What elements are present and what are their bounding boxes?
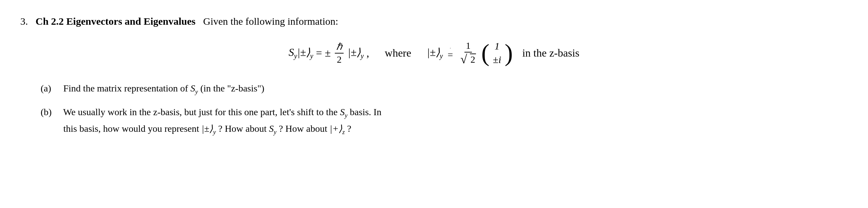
hbar-denominator: 2	[335, 54, 343, 65]
where-label: where	[385, 47, 411, 59]
part-a-label: (a)	[41, 80, 61, 97]
sub-parts-list: (a) Find the matrix representation of Sy…	[41, 80, 848, 138]
left-paren: (	[481, 41, 490, 65]
chapter-title: Ch 2.2 Eigenvectors and Eigenvalues	[36, 16, 196, 27]
part-b-math4: |+⟩z	[330, 123, 345, 134]
problem-container: 3. Ch 2.2 Eigenvectors and Eigenvalues G…	[20, 14, 848, 138]
problem-number: 3.	[20, 16, 28, 27]
equation-rhs: |±⟩y · = 1 √2 ( 1 ±i	[427, 39, 580, 67]
part-a-text-before: Find the matrix representation of	[63, 83, 191, 93]
one-numerator: 1	[464, 40, 472, 53]
part-b-q1: ? How about	[218, 123, 269, 134]
sqrt-radicand: 2	[470, 54, 476, 65]
equation-block: Sy|±⟩y = ± ℏ 2 |±⟩y , where |±⟩y · = 1	[20, 39, 848, 67]
doteq-symbol: · =	[448, 46, 453, 60]
part-b-math3: Sy	[269, 123, 277, 134]
matrix-entry-top: 1	[495, 40, 500, 52]
ket-rhs: |±⟩y	[348, 46, 364, 60]
matrix-entry-bot: ±i	[493, 54, 501, 65]
part-a-text-after: (in the "z-basis")	[200, 83, 264, 93]
part-a: (a) Find the matrix representation of Sy…	[41, 80, 848, 97]
sqrt2-denominator: √2	[459, 53, 477, 66]
intro-text: Given the following information:	[203, 16, 338, 27]
part-b-line1-after: basis. In	[350, 107, 381, 117]
equals-sign: =	[316, 47, 322, 59]
one-over-sqrt2: 1 √2	[459, 40, 477, 66]
hbar-over-2: ℏ 2	[335, 41, 344, 65]
sqrt2-expr: √2	[460, 53, 476, 65]
part-b-line1-before: We usually work in the z-basis, but just…	[63, 107, 340, 117]
comma: ,	[367, 47, 369, 59]
part-b-q2: ? How about	[279, 123, 330, 134]
part-b-line2: this basis, how would you represent	[63, 123, 201, 134]
part-b-q3: ?	[347, 123, 351, 134]
matrix-container: ( 1 ±i )	[481, 39, 513, 67]
hbar-numerator: ℏ	[335, 41, 344, 54]
part-b-math1: Sy	[340, 107, 347, 117]
part-b-label: (b)	[41, 104, 61, 120]
part-a-math: Sy	[191, 83, 198, 93]
problem-header: 3. Ch 2.2 Eigenvectors and Eigenvalues G…	[20, 14, 848, 29]
part-b-math2: |±⟩y	[201, 123, 216, 134]
sqrt-sym: √	[460, 53, 467, 65]
matrix-entries: 1 ±i	[490, 39, 505, 67]
zbasis-label: in the z-basis	[522, 47, 580, 59]
plusminus-hbar: ±	[325, 47, 331, 59]
part-b: (b) We usually work in the z-basis, but …	[41, 104, 848, 138]
ket-y: |±⟩y	[427, 46, 443, 60]
right-paren: )	[505, 41, 513, 65]
doteq-equals: =	[448, 50, 453, 60]
sy-ket-lhs: Sy|±⟩y	[289, 46, 313, 60]
equation-lhs: Sy|±⟩y = ± ℏ 2 |±⟩y ,	[289, 41, 369, 65]
